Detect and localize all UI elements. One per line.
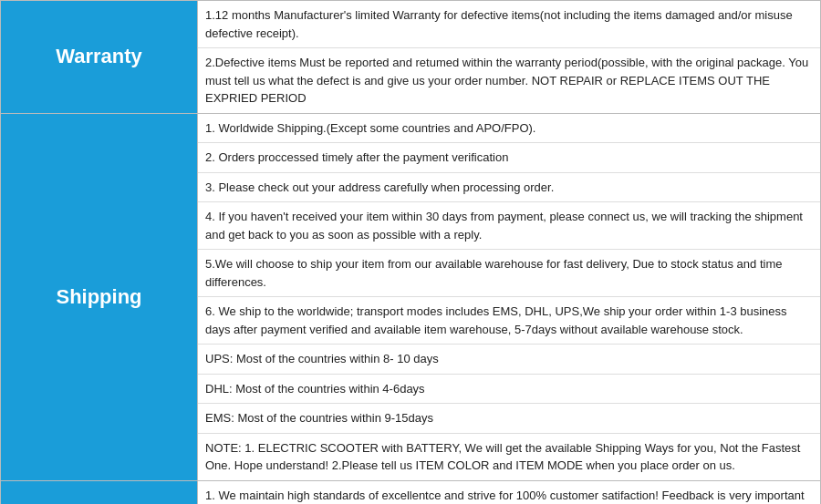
section-content-shipping: 1. Worldwide Shipping.(Except some count… [198, 114, 820, 480]
section-label-feedback: Feedback [1, 481, 198, 505]
content-row: 1. Worldwide Shipping.(Except some count… [198, 114, 820, 144]
section-content-warranty: 1.12 months Manufacturer's limited Warra… [198, 1, 820, 113]
content-row: NOTE: 1. ELECTRIC SCOOTER with BATTERY, … [198, 434, 820, 480]
content-row: 6. We ship to the worldwide; transport m… [198, 297, 820, 345]
section-label-shipping: Shipping [1, 114, 198, 480]
content-row: DHL: Most of the countries within 4-6day… [198, 375, 820, 405]
section-row-shipping: Shipping1. Worldwide Shipping.(Except so… [0, 113, 821, 480]
content-row: 1.12 months Manufacturer's limited Warra… [198, 1, 820, 48]
section-row-warranty: Warranty1.12 months Manufacturer's limit… [0, 0, 821, 113]
content-row: EMS: Most of the countries within 9-15da… [198, 404, 820, 434]
content-row: 5.We will choose to ship your item from … [198, 250, 820, 297]
content-row: UPS: Most of the countries within 8- 10 … [198, 345, 820, 375]
content-row: 4. If you haven't received your item wit… [198, 202, 820, 250]
content-row: 2.Defective items Must be reported and r… [198, 48, 820, 113]
content-row: 3. Please check out your address careful… [198, 173, 820, 203]
section-row-feedback: Feedback1. We maintain high standards of… [0, 480, 821, 505]
section-label-warranty: Warranty [1, 1, 198, 113]
page-wrapper: Warranty1.12 months Manufacturer's limit… [0, 0, 821, 504]
content-row: 1. We maintain high standards of excelle… [198, 481, 820, 505]
section-content-feedback: 1. We maintain high standards of excelle… [198, 481, 820, 505]
content-row: 2. Orders proccessed timely after the pa… [198, 143, 820, 173]
